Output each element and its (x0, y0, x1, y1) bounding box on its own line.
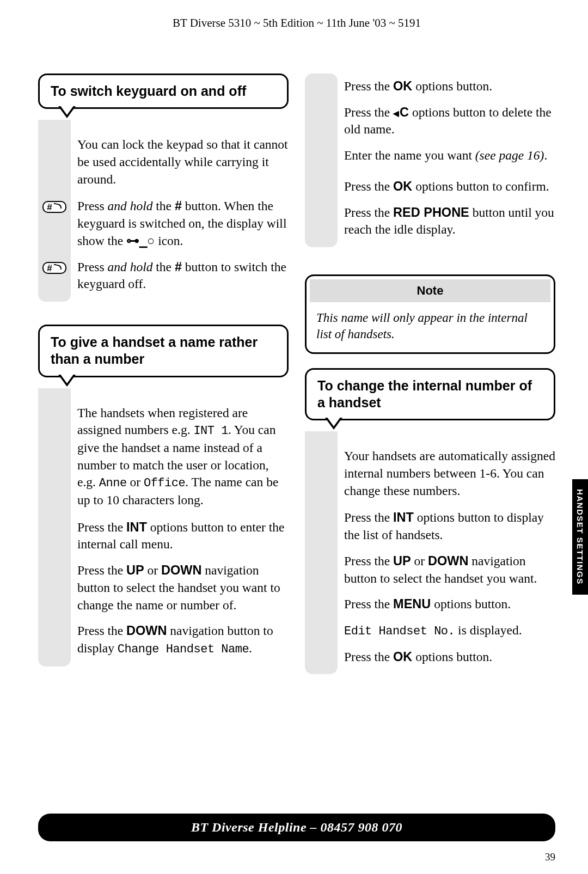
section-title-keyguard: To switch keyguard on and off (38, 74, 289, 109)
footer-helpline: BT Diverse Helpline – 08457 908 070 (38, 814, 555, 841)
left-column: To switch keyguard on and off You can lo… (38, 74, 289, 697)
internal-intro: Your handsets are automatically assigned… (344, 448, 555, 499)
section-internal: Your handsets are automatically assigned… (305, 431, 555, 674)
right-column: OK Press the OK options button. C Press … (305, 74, 555, 697)
page-header: BT Diverse 5310 ~ 5th Edition ~ 11th Jun… (38, 16, 555, 30)
section-title-name: To give a handset a name rather than a n… (38, 325, 289, 377)
keyguard-step-on: # Press and hold the # button. When the … (38, 198, 289, 249)
side-tab: HANDSET SETTINGS (572, 479, 588, 595)
internal-step-menu: MENU Press the MENU options button. (305, 596, 555, 613)
name-step-enter: Enter the name you want (see page 16). (305, 147, 555, 169)
name-step-updown: Press the UP or DOWN navigation button t… (38, 562, 289, 614)
note-title: Note (310, 279, 550, 302)
grey-bar (38, 388, 71, 667)
internal-step-updown: Press the UP or DOWN navigation button t… (305, 553, 555, 587)
note-box: Note This name will only appear in the i… (305, 274, 555, 354)
name-step-ok2: OK Press the OK options button to confir… (305, 178, 555, 195)
page-number: 39 (545, 851, 555, 863)
name-step-down: Press the DOWN navigation button to disp… (38, 622, 289, 657)
section-name-cont: OK Press the OK options button. C Press … (305, 74, 555, 247)
name-step-int: INT Press the INT options button to ente… (38, 519, 289, 553)
internal-step-int: INT Press the INT options button to disp… (305, 509, 555, 543)
grey-bar (305, 431, 338, 674)
name-step-ok1: OK Press the OK options button. (305, 78, 555, 95)
grey-bar (305, 74, 338, 247)
name-step-delete: C Press the C options button to delete t… (305, 104, 555, 138)
section-keyguard: You can lock the keypad so that it canno… (38, 120, 289, 302)
name-step-redphone: ☎① Press the RED PHONE button until you … (305, 204, 555, 239)
internal-step-display: Edit Handset No. is displayed. (305, 622, 555, 640)
hash-icon: # (175, 260, 182, 274)
content-columns: To switch keyguard on and off You can lo… (38, 74, 555, 697)
section-title-internal: To change the internal number of a hands… (305, 368, 555, 421)
hash-icon: # (175, 199, 182, 213)
name-intro: The handsets when registered are assigne… (77, 405, 289, 509)
section-name: The handsets when registered are assigne… (38, 388, 289, 667)
internal-step-ok: OK Press the OK options button. (305, 649, 555, 666)
note-body: This name will only appear in the intern… (307, 302, 554, 352)
keyguard-intro: You can lock the keypad so that it canno… (77, 136, 289, 188)
keyguard-step-off: # Press and hold the # button to switch … (38, 259, 289, 293)
lock-icon: ⊶⎯○ (126, 234, 155, 248)
